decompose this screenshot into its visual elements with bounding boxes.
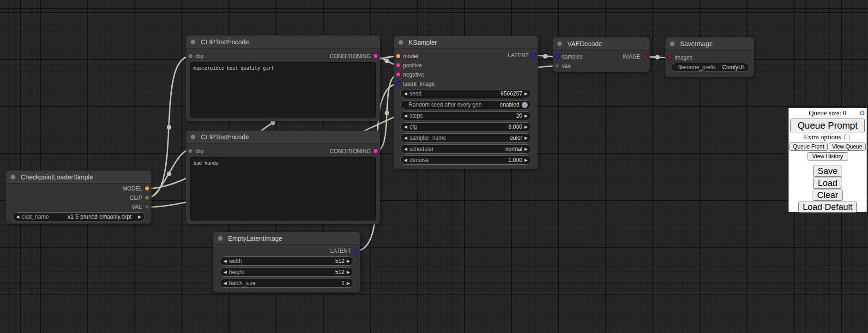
widget-ckpt-name[interactable]: ◀ ckpt_name v1-5-pruned-emaonly.ckpt ▶	[12, 212, 145, 221]
widget-denoise[interactable]: ◀ denoise 1.000 ▶	[400, 155, 531, 165]
output-port-image[interactable]: IMAGE	[622, 54, 650, 60]
view-history-button[interactable]: View History	[808, 152, 848, 161]
widget-cfg[interactable]: ◀ cfg 8.000 ▶	[400, 122, 531, 131]
input-port-clip[interactable]: clip	[186, 53, 204, 59]
increment-arrow-icon[interactable]: ▶	[347, 268, 350, 276]
prompt-textarea[interactable]: bad hands	[190, 157, 376, 220]
decrement-arrow-icon[interactable]: ◀	[223, 268, 227, 276]
input-port-model[interactable]: model	[394, 53, 418, 59]
node-title-bar[interactable]: VAEDecode	[553, 37, 650, 50]
image-port-dot[interactable]	[643, 54, 647, 59]
widget-label: sampler_name	[410, 135, 446, 141]
model-port-dot[interactable]	[396, 54, 400, 58]
queue-prompt-button[interactable]: Queue Prompt	[790, 119, 865, 132]
increment-arrow-icon[interactable]: ▶	[524, 134, 528, 142]
model-port-dot[interactable]	[145, 186, 149, 190]
output-port-conditioning[interactable]: CONDITIONING	[330, 148, 380, 155]
widget-height[interactable]: ◀ height 512 ▶	[220, 268, 354, 277]
conditioning-port-dot[interactable]	[396, 72, 400, 77]
decrement-arrow-icon[interactable]: ◀	[404, 156, 407, 164]
latent-port-dot[interactable]	[354, 249, 358, 253]
widget-filename-prefix[interactable]: filename_prefix ComfyUI	[671, 63, 749, 72]
output-port-latent[interactable]: LATENT	[330, 248, 360, 254]
output-port-model[interactable]: MODEL	[122, 185, 151, 192]
clip-port-dot[interactable]	[145, 196, 149, 200]
toggle-circle-icon[interactable]	[522, 102, 528, 108]
latent-port-dot[interactable]	[396, 82, 400, 86]
collapse-dot-icon[interactable]	[398, 40, 403, 45]
save-button[interactable]: Save	[813, 166, 842, 177]
node-title-bar[interactable]: CLIPTextEncode	[186, 36, 380, 48]
increment-arrow-icon[interactable]: ▶	[138, 213, 141, 221]
port-label: model	[403, 53, 418, 59]
load-default-button[interactable]: Load Default	[798, 202, 857, 213]
input-port-negative[interactable]: negative	[394, 71, 424, 78]
input-port-images[interactable]: images	[665, 54, 693, 61]
conditioning-port-dot[interactable]	[374, 149, 378, 153]
decrement-arrow-icon[interactable]: ◀	[223, 257, 227, 265]
decrement-arrow-icon[interactable]: ◀	[404, 145, 407, 153]
vae-port-dot[interactable]	[145, 205, 149, 209]
clip-port-dot[interactable]	[188, 149, 193, 153]
prompt-textarea[interactable]: masterpiece best quality girl	[190, 62, 376, 118]
decrement-arrow-icon[interactable]: ◀	[404, 134, 407, 142]
collapse-dot-icon[interactable]	[11, 175, 15, 179]
conditioning-port-dot[interactable]	[374, 54, 378, 58]
latent-port-dot[interactable]	[555, 54, 559, 59]
widget-sampler-name[interactable]: ◀ sampler_name euler ▶	[400, 133, 531, 143]
collapse-dot-icon[interactable]	[670, 42, 675, 46]
image-port-dot[interactable]	[668, 55, 672, 59]
latent-port-dot[interactable]	[531, 53, 536, 57]
wire-clip-to-negative-encode	[147, 149, 191, 198]
node-title-bar[interactable]: EmptyLatentImage	[213, 232, 360, 245]
node-title-bar[interactable]: SaveImage	[665, 37, 754, 50]
increment-arrow-icon[interactable]: ▶	[524, 156, 528, 164]
input-port-vae[interactable]: vae	[553, 63, 571, 69]
node-title-bar[interactable]: KSampler	[394, 36, 538, 49]
widget-label: filename_prefix	[678, 64, 716, 71]
collapse-dot-icon[interactable]	[191, 40, 195, 44]
input-port-samples[interactable]: samples	[553, 54, 583, 60]
widget-batch-size[interactable]: ◀ batch_size 1 ▶	[220, 279, 354, 288]
load-button[interactable]: Load	[813, 178, 842, 189]
output-port-vae[interactable]: VAE	[132, 204, 151, 210]
node-title-bar[interactable]: CheckpointLoaderSimple	[6, 171, 151, 184]
output-port-latent[interactable]: LATENT	[508, 52, 538, 59]
clip-port-dot[interactable]	[188, 54, 193, 58]
collapse-dot-icon[interactable]	[218, 236, 223, 241]
widget-width[interactable]: ◀ width 512 ▶	[220, 256, 354, 266]
increment-arrow-icon[interactable]: ▶	[524, 145, 528, 153]
decrement-arrow-icon[interactable]: ◀	[16, 213, 19, 221]
input-port-positive[interactable]: positive	[394, 62, 422, 69]
vae-port-dot[interactable]	[555, 64, 559, 68]
view-queue-button[interactable]: View Queue	[829, 143, 866, 151]
link-midpoint-dot	[543, 54, 548, 59]
increment-arrow-icon[interactable]: ▶	[524, 89, 528, 98]
widget-random-seed-toggle[interactable]: Random seed after every gen enabled	[400, 100, 531, 109]
extra-options-checkbox[interactable]	[844, 135, 850, 140]
collapse-dot-icon[interactable]	[191, 135, 195, 139]
queue-front-button[interactable]: Queue Front	[790, 143, 828, 151]
decrement-arrow-icon[interactable]: ◀	[404, 123, 407, 131]
decrement-arrow-icon[interactable]: ◀	[404, 112, 407, 120]
increment-arrow-icon[interactable]: ▶	[347, 279, 350, 287]
increment-arrow-icon[interactable]: ▶	[524, 112, 528, 120]
input-port-latent-image[interactable]: latent_image	[394, 81, 435, 87]
output-port-conditioning[interactable]: CONDITIONING	[330, 53, 380, 59]
widget-steps[interactable]: ◀ steps 20 ▶	[400, 111, 531, 120]
widget-scheduler[interactable]: ◀ scheduler normal ▶	[400, 144, 531, 154]
output-port-clip[interactable]: CLIP	[130, 195, 151, 201]
node-graph-canvas[interactable]: CheckpointLoaderSimple MODEL CLIP VAE ◀ …	[0, 0, 868, 333]
decrement-arrow-icon[interactable]: ◀	[404, 89, 407, 98]
widget-seed[interactable]: ◀ seed 8566257 ▶	[400, 89, 531, 98]
decrement-arrow-icon[interactable]: ◀	[223, 279, 227, 287]
clear-button[interactable]: Clear	[813, 190, 843, 201]
widget-value: 1.000	[508, 157, 522, 163]
conditioning-port-dot[interactable]	[396, 63, 400, 67]
input-port-clip[interactable]: clip	[186, 148, 204, 155]
increment-arrow-icon[interactable]: ▶	[524, 123, 528, 131]
increment-arrow-icon[interactable]: ▶	[347, 257, 350, 265]
settings-gear-icon[interactable]: ⚙	[859, 109, 865, 117]
collapse-dot-icon[interactable]	[557, 42, 562, 46]
node-title-bar[interactable]: CLIPTextEncode	[186, 131, 380, 143]
